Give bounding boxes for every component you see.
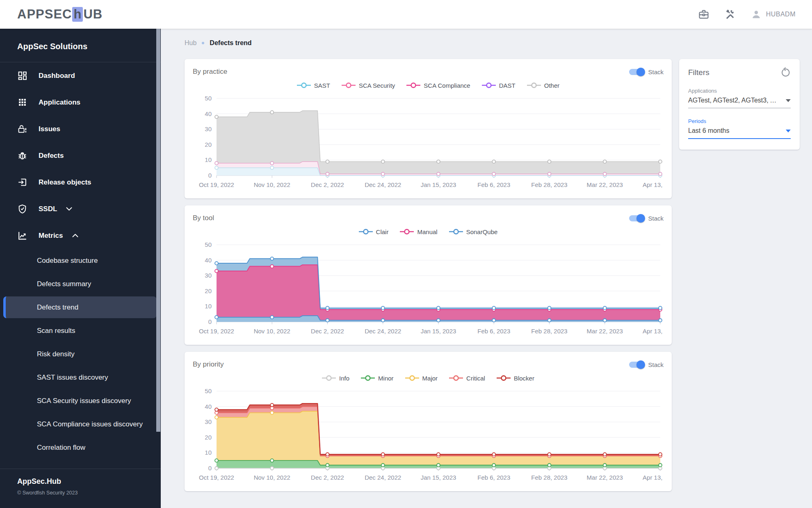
svg-text:30: 30 bbox=[205, 272, 212, 279]
chart-title: By practice bbox=[193, 68, 227, 76]
legend-marker-icon bbox=[322, 375, 336, 381]
stack-toggle-label: Stack bbox=[648, 361, 664, 368]
svg-text:40: 40 bbox=[205, 403, 212, 410]
sidebar-subitem-defects-summary[interactable]: Defects summary bbox=[0, 272, 161, 296]
svg-text:Jan 15, 2023: Jan 15, 2023 bbox=[421, 474, 456, 481]
svg-text:Jan 15, 2023: Jan 15, 2023 bbox=[421, 181, 456, 188]
chart-legend: SASTSCA SecuritySCA ComplianceDASTOther bbox=[193, 80, 664, 91]
legend-item-sonarqube[interactable]: SonarQube bbox=[449, 228, 498, 235]
filters-title: Filters bbox=[688, 68, 709, 77]
legend-label: Clair bbox=[376, 228, 389, 235]
app-logo[interactable]: APPSEChUB bbox=[17, 7, 103, 22]
sidebar-subitem-sca-security-issues-discovery[interactable]: SCA Security issues discovery bbox=[0, 389, 161, 412]
svg-text:20: 20 bbox=[205, 287, 212, 294]
stack-toggle-label: Stack bbox=[648, 68, 664, 75]
legend-label: Manual bbox=[417, 228, 437, 235]
breadcrumb-separator-dot bbox=[202, 42, 204, 44]
apps-icon bbox=[17, 97, 27, 107]
svg-text:Feb 28, 2023: Feb 28, 2023 bbox=[531, 474, 567, 481]
legend-label: SCA Compliance bbox=[424, 82, 470, 89]
legend-item-info[interactable]: Info bbox=[322, 375, 349, 382]
sidebar-item-release-objects[interactable]: Release objects bbox=[0, 169, 161, 196]
svg-text:Feb 6, 2023: Feb 6, 2023 bbox=[477, 181, 510, 188]
user-menu[interactable]: HUBADM bbox=[750, 9, 796, 20]
legend-item-major[interactable]: Major bbox=[405, 375, 438, 382]
svg-text:0: 0 bbox=[208, 318, 212, 325]
svg-text:0: 0 bbox=[208, 172, 212, 179]
sidebar-subitem-label: Correlation flow bbox=[37, 444, 85, 452]
svg-text:50: 50 bbox=[205, 241, 212, 248]
svg-text:Feb 6, 2023: Feb 6, 2023 bbox=[477, 474, 510, 481]
area-chart-by-priority: 01020304050Oct 19, 2022Nov 10, 2022Dec 2… bbox=[193, 385, 664, 488]
chart-legend: ClairManualSonarQube bbox=[193, 226, 664, 237]
sidebar-scrollbar-thumb[interactable] bbox=[156, 29, 160, 432]
sidebar-subitem-defects-trend[interactable]: Defects trend bbox=[3, 296, 157, 318]
svg-text:30: 30 bbox=[205, 418, 212, 425]
legend-label: Other bbox=[544, 82, 560, 89]
stack-toggle[interactable] bbox=[629, 215, 644, 221]
svg-text:Feb 28, 2023: Feb 28, 2023 bbox=[531, 181, 567, 188]
svg-text:Mar 22, 2023: Mar 22, 2023 bbox=[587, 474, 623, 481]
legend-item-sca-security[interactable]: SCA Security bbox=[342, 82, 395, 89]
legend-item-critical[interactable]: Critical bbox=[449, 375, 485, 382]
svg-text:Dec 2, 2022: Dec 2, 2022 bbox=[311, 328, 344, 335]
sidebar-item-issues[interactable]: Issues bbox=[0, 116, 161, 142]
metrics-icon bbox=[17, 230, 27, 241]
top-bar: APPSEChUB bbox=[0, 0, 812, 29]
sidebar-item-ssdl[interactable]: SSDL bbox=[0, 196, 161, 222]
sidebar-item-label: Defects bbox=[39, 152, 64, 160]
briefcase-icon[interactable] bbox=[698, 9, 709, 20]
logo-accent-letter: h bbox=[72, 7, 83, 22]
svg-text:Feb 6, 2023: Feb 6, 2023 bbox=[477, 328, 510, 335]
sidebar-subitem-codebase-structure[interactable]: Codebase structure bbox=[0, 249, 161, 272]
svg-text:10: 10 bbox=[205, 303, 212, 310]
breadcrumb-root[interactable]: Hub bbox=[185, 39, 196, 47]
logo-text-pre: APPSEC bbox=[17, 7, 72, 22]
release-icon bbox=[17, 177, 27, 187]
sidebar-item-metrics[interactable]: Metrics bbox=[0, 222, 161, 249]
legend-item-manual[interactable]: Manual bbox=[400, 228, 437, 235]
defects-icon bbox=[17, 150, 27, 161]
svg-text:20: 20 bbox=[205, 434, 212, 441]
stack-toggle[interactable] bbox=[629, 69, 644, 75]
legend-label: SAST bbox=[314, 82, 330, 89]
chart-card-by-priority: By priority Stack InfoMinorMajorCritical… bbox=[185, 352, 672, 491]
sidebar-subitem-correlation-flow[interactable]: Correlation flow bbox=[0, 436, 161, 459]
svg-text:Dec 2, 2022: Dec 2, 2022 bbox=[311, 181, 344, 188]
svg-text:Nov 10, 2022: Nov 10, 2022 bbox=[254, 328, 290, 335]
periods-select[interactable]: Last 6 months bbox=[688, 127, 791, 139]
legend-marker-icon bbox=[400, 229, 414, 235]
sidebar-subitem-sca-compliance-issues-discovery[interactable]: SCA Compliance issues discovery bbox=[0, 412, 161, 436]
sidebar-subitem-sast-issues-discovery[interactable]: SAST issues discovery bbox=[0, 366, 161, 389]
legend-item-sca-compliance[interactable]: SCA Compliance bbox=[406, 82, 470, 89]
breadcrumb: Hub Defects trend bbox=[185, 39, 800, 47]
applications-label: Applications bbox=[688, 88, 791, 94]
legend-marker-icon bbox=[527, 82, 541, 88]
reset-filters-icon[interactable] bbox=[780, 67, 791, 78]
legend-item-minor[interactable]: Minor bbox=[361, 375, 394, 382]
chevron-down-icon bbox=[786, 99, 791, 102]
sidebar-item-dashboard[interactable]: Dashboard bbox=[0, 62, 161, 89]
sidebar-footer-copyright: © Swordfish Security 2023 bbox=[17, 490, 144, 496]
applications-select[interactable]: AGTest, AGTest2, AGTest3, AG... bbox=[688, 97, 791, 108]
sidebar-subitem-risk-density[interactable]: Risk density bbox=[0, 342, 161, 366]
tools-icon[interactable] bbox=[724, 9, 736, 20]
sidebar-item-label: SSDL bbox=[39, 205, 57, 213]
legend-item-other[interactable]: Other bbox=[527, 82, 560, 89]
svg-text:Dec 2, 2022: Dec 2, 2022 bbox=[311, 474, 344, 481]
sidebar-item-applications[interactable]: Applications bbox=[0, 89, 161, 116]
legend-item-blocker[interactable]: Blocker bbox=[497, 375, 534, 382]
svg-text:10: 10 bbox=[205, 156, 212, 163]
legend-item-dast[interactable]: DAST bbox=[482, 82, 515, 89]
legend-label: SCA Security bbox=[359, 82, 395, 89]
svg-text:40: 40 bbox=[205, 257, 212, 264]
sidebar-subitem-scan-results[interactable]: Scan results bbox=[0, 319, 161, 342]
legend-item-sast[interactable]: SAST bbox=[297, 82, 330, 89]
stack-toggle[interactable] bbox=[629, 362, 644, 368]
svg-text:Nov 10, 2022: Nov 10, 2022 bbox=[254, 474, 290, 481]
legend-marker-icon bbox=[449, 375, 463, 381]
legend-marker-icon bbox=[497, 375, 511, 381]
sidebar-subitem-label: SCA Compliance issues discovery bbox=[37, 420, 143, 428]
sidebar-item-defects[interactable]: Defects bbox=[0, 142, 161, 169]
legend-item-clair[interactable]: Clair bbox=[359, 228, 389, 235]
